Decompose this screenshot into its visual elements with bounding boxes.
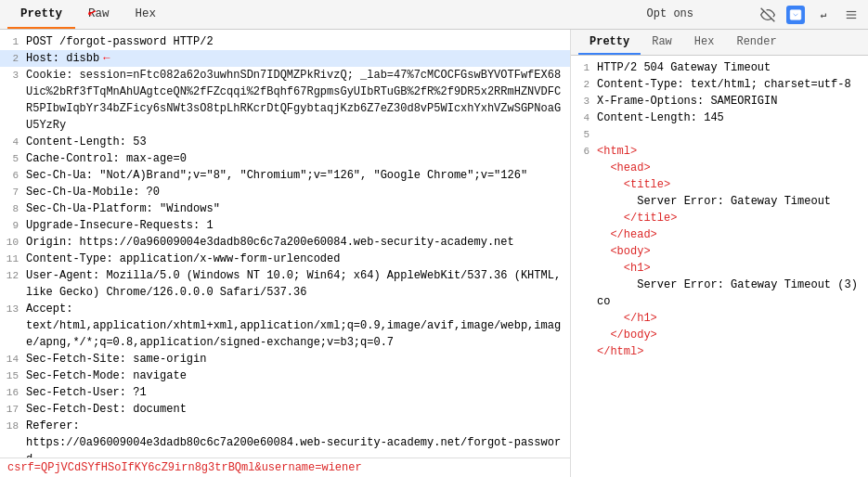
main-content: 1 POST /forgot-password HTTP/2 2 Host: d… — [0, 30, 868, 477]
left-line-13: 13 Accept: — [0, 301, 570, 317]
right-line-html-h1-open: <h1> — [571, 260, 868, 277]
left-line-7: 7 Sec-Ch-Ua-Mobile: ?0 — [0, 184, 570, 200]
left-line-11: 11 Content-Type: application/x-www-form-… — [0, 251, 570, 267]
options-label: Opt ons — [647, 7, 693, 20]
tab-hex-right[interactable]: Hex — [683, 30, 726, 55]
left-line-15: 15 Sec-Fetch-Mode: navigate — [0, 367, 570, 384]
left-line-1: 1 POST /forgot-password HTTP/2 — [0, 33, 570, 50]
left-line-8: 8 Sec-Ch-Ua-Platform: "Windows" — [0, 200, 570, 217]
right-line-6: 6 <html> — [571, 143, 868, 160]
right-line-1: 1 HTTP/2 504 Gateway Timeout — [571, 59, 868, 76]
left-tab-group: Pretty Raw Hex — [7, 0, 169, 29]
left-line-14: 14 Sec-Fetch-Site: same-origin — [0, 351, 570, 367]
hide-icon[interactable] — [758, 6, 777, 24]
left-line-3: 3 Cookie: session=nFtc082a62o3uwhnSDn7ID… — [0, 67, 570, 134]
right-code-area[interactable]: 1 HTTP/2 504 Gateway Timeout 2 Content-T… — [571, 56, 868, 477]
right-line-html-title-open: <title> — [571, 176, 868, 193]
right-line-2: 2 Content-Type: text/html; charset=utf-8 — [571, 76, 868, 93]
tab-pretty-right[interactable]: Pretty — [578, 30, 641, 55]
newline-icon[interactable]: ↵ — [814, 6, 833, 24]
right-line-html-body-close: </body> — [571, 327, 868, 343]
tab-raw-left[interactable]: Raw — [75, 0, 123, 29]
menu-icon[interactable] — [842, 6, 861, 24]
tab-hex-left[interactable]: Hex — [123, 0, 170, 29]
left-line-18-cont: https://0a96009004e3dadb80c6c7a200e60084… — [0, 434, 570, 458]
right-tab-bar: Pretty Raw Hex Render — [571, 30, 868, 56]
tab-render-right[interactable]: Render — [725, 30, 787, 55]
right-line-html-close: </html> — [571, 343, 868, 360]
right-line-html-h1-close: </h1> — [571, 310, 868, 327]
tab-pretty-left[interactable]: Pretty — [7, 0, 75, 29]
right-line-html-title-text: Server Error: Gateway Timeout — [571, 193, 868, 210]
left-line-10: 10 Origin: https://0a96009004e3dadb80c6c… — [0, 234, 570, 251]
left-code-area[interactable]: 1 POST /forgot-password HTTP/2 2 Host: d… — [0, 30, 570, 458]
csrf-value: csrf=QPjVCdSYfHSoIfKY6cZ9irn8g3trBQml&us… — [7, 461, 362, 474]
left-line-13-cont: text/html,application/xhtml+xml,applicat… — [0, 317, 570, 351]
tab-raw-right[interactable]: Raw — [641, 30, 683, 55]
left-line-9: 9 Upgrade-Insecure-Requests: 1 — [0, 217, 570, 234]
right-line-html-h1-text: Server Error: Gateway Timeout (3) co — [571, 277, 868, 310]
left-line-18: 18 Referer: — [0, 418, 570, 434]
left-line-2: 2 Host: disbb← — [0, 50, 570, 67]
csrf-line: csrf=QPjVCdSYfHSoIfKY6cZ9irn8g3trBQml&us… — [0, 458, 570, 477]
right-line-html-head: <head> — [571, 160, 868, 176]
left-line-12: 12 User-Agent: Mozilla/5.0 (Windows NT 1… — [0, 267, 570, 301]
send-icon[interactable] — [786, 6, 805, 24]
right-line-5: 5 — [571, 126, 868, 143]
toolbar-icons: ↵ — [758, 6, 861, 24]
right-line-html-head-close: </head> — [571, 226, 868, 243]
left-panel: 1 POST /forgot-password HTTP/2 2 Host: d… — [0, 30, 571, 477]
left-line-4: 4 Content-Length: 53 — [0, 134, 570, 150]
left-line-16: 16 Sec-Fetch-User: ?1 — [0, 384, 570, 401]
left-line-5: 5 Cache-Control: max-age=0 — [0, 150, 570, 167]
right-line-html-title-close: </title> — [571, 210, 868, 226]
right-line-html-body-open: <body> — [571, 243, 868, 260]
right-panel: Pretty Raw Hex Render 1 HTTP/2 504 Gatew… — [571, 30, 868, 477]
left-line-17: 17 Sec-Fetch-Dest: document — [0, 401, 570, 418]
left-line-6: 6 Sec-Ch-Ua: "Not/A)Brand";v="8", "Chrom… — [0, 167, 570, 184]
top-toolbar: Pretty Raw Hex ↙ ↵ — [0, 0, 868, 30]
svg-rect-1 — [790, 9, 801, 19]
right-line-4: 4 Content-Length: 145 — [571, 110, 868, 126]
right-line-3: 3 X-Frame-Options: SAMEORIGIN — [571, 93, 868, 110]
